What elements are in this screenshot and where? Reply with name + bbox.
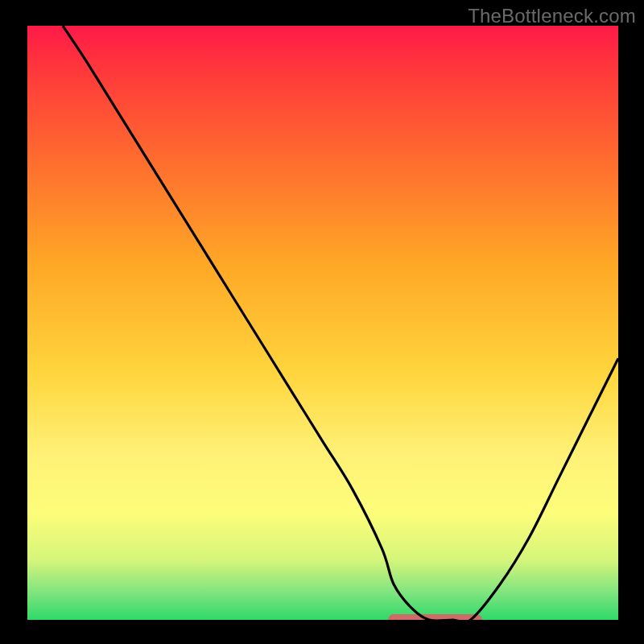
watermark-text: TheBottleneck.com xyxy=(468,5,636,27)
bottleneck-curve xyxy=(63,26,618,620)
chart-frame: TheBottleneck.com xyxy=(0,0,644,644)
chart-plot-area xyxy=(27,26,618,620)
chart-svg xyxy=(27,26,618,620)
